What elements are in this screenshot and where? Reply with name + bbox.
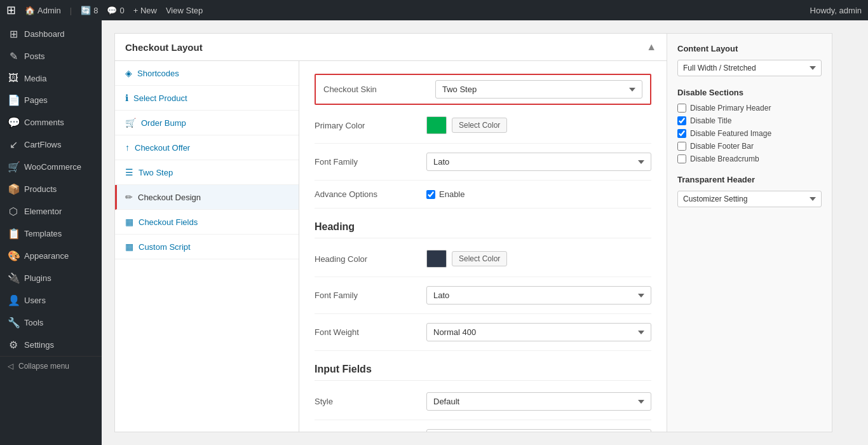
transparent-header-title: Transparent Header	[677, 175, 822, 184]
heading-font-family-row: Font Family Lato Arial Roboto	[315, 277, 651, 314]
sidebar-item-products[interactable]: 📦 Products	[0, 178, 102, 200]
nav-select-product[interactable]: ℹ Select Product	[115, 86, 299, 111]
nav-order-bump[interactable]: 🛒 Order Bump	[115, 111, 299, 135]
heading-color-control: Select Color	[426, 250, 651, 268]
appearance-icon: 🎨	[8, 250, 19, 262]
sidebar-item-posts[interactable]: ✎ Posts	[0, 45, 102, 67]
checkout-fields-icon: ▦	[125, 217, 133, 227]
checkout-content-area: Checkout Skin Two Step One Step Classic …	[299, 61, 667, 432]
heading-font-family-select[interactable]: Lato Arial Roboto	[426, 286, 651, 305]
input-fields-section-title: Input Fields	[315, 364, 651, 381]
input-style-control: Default Outlined Filled	[426, 392, 651, 411]
admin-sidebar: ⊞ Dashboard ✎ Posts 🖼 Media 📄 Pages 💬 Co…	[0, 20, 102, 445]
checkout-layout-panel: Checkout Layout ▲ ◈ Shortcodes ℹ Select …	[114, 33, 667, 432]
advance-options-control: Enable	[426, 189, 651, 199]
sidebar-item-woocommerce[interactable]: 🛒 WooCommerce	[0, 156, 102, 178]
advance-options-label: Advance Options	[315, 189, 416, 199]
sidebar-item-media[interactable]: 🖼 Media	[0, 67, 102, 89]
primary-color-label: Primary Color	[315, 121, 416, 130]
input-font-family-select[interactable]: Default Lato Arial	[426, 429, 651, 432]
input-font-family-row: Font Family Default Lato Arial	[315, 420, 651, 432]
heading-font-weight-label: Font Weight	[315, 327, 416, 337]
collapse-icon: ◁	[8, 362, 13, 371]
nav-custom-script[interactable]: ▦ Custom Script	[115, 235, 299, 259]
adminbar-howdy: Howdy, admin	[810, 6, 862, 15]
primary-color-row: Primary Color Select Color	[315, 107, 651, 144]
primary-color-swatch[interactable]	[426, 116, 447, 134]
pages-icon: 📄	[8, 94, 19, 106]
sidebar-item-users[interactable]: 👤 Users	[0, 289, 102, 312]
adminbar-comments[interactable]: 💬 0	[107, 6, 124, 15]
advance-options-row: Advance Options Enable	[315, 181, 651, 209]
select-product-icon: ℹ	[125, 93, 128, 103]
shortcodes-icon: ◈	[125, 68, 132, 78]
dashboard-icon: ⊞	[8, 28, 19, 40]
heading-font-weight-control: Normal 400 Bold 700 Light 300	[426, 323, 651, 341]
nav-checkout-design[interactable]: ✏ Checkout Design	[115, 185, 299, 210]
content-layout-title: Content Layout	[677, 44, 822, 53]
heading-font-weight-row: Font Weight Normal 400 Bold 700 Light 30…	[315, 314, 651, 351]
heading-color-btn[interactable]: Select Color	[452, 251, 507, 266]
checkout-skin-control: Two Step One Step Classic	[435, 80, 642, 99]
sidebar-item-plugins[interactable]: 🔌 Plugins	[0, 267, 102, 289]
order-bump-icon: 🛒	[125, 118, 136, 128]
plugins-icon: 🔌	[8, 272, 19, 284]
heading-color-label: Heading Color	[315, 254, 416, 264]
media-icon: 🖼	[8, 72, 19, 84]
adminbar-updates[interactable]: 🔄 8	[81, 6, 98, 15]
disable-featured-image-checkbox[interactable]	[677, 129, 686, 138]
sidebar-item-comments[interactable]: 💬 Comments	[0, 111, 102, 134]
woocommerce-icon: 🛒	[8, 161, 19, 173]
content-layout-select[interactable]: Full Width / Stretched Boxed Contained	[677, 60, 822, 76]
input-style-select[interactable]: Default Outlined Filled	[426, 392, 651, 411]
heading-section-title: Heading	[315, 221, 651, 238]
input-font-family-control: Default Lato Arial	[426, 429, 651, 432]
checkout-skin-select[interactable]: Two Step One Step Classic	[435, 80, 642, 99]
nav-two-step[interactable]: ☰ Two Step	[115, 160, 299, 185]
disable-primary-header-checkbox[interactable]	[677, 104, 686, 113]
transparent-header-select[interactable]: Customizer Setting Yes No	[677, 191, 822, 207]
heading-color-swatch[interactable]	[426, 250, 447, 268]
font-family-control: Lato Arial Roboto Open Sans	[426, 153, 651, 171]
checkout-skin-row: Checkout Skin Two Step One Step Classic	[315, 74, 651, 105]
disable-title-checkbox[interactable]	[677, 116, 686, 125]
main-content: Checkout Layout ▲ ◈ Shortcodes ℹ Select …	[102, 20, 868, 445]
disable-footer-bar-checkbox[interactable]	[677, 142, 686, 151]
checkout-offer-icon: ↑	[125, 142, 130, 153]
sidebar-item-pages[interactable]: 📄 Pages	[0, 89, 102, 111]
tools-icon: 🔧	[8, 317, 19, 329]
advance-options-checkbox[interactable]	[426, 190, 435, 199]
checkout-panel-header: Checkout Layout ▲	[115, 34, 667, 61]
font-family-select[interactable]: Lato Arial Roboto Open Sans	[426, 153, 651, 171]
admin-bar: ⊞ 🏠 Admin | 🔄 8 💬 0 + New View Step Howd…	[0, 0, 868, 20]
adminbar-viewstep[interactable]: View Step	[166, 6, 203, 15]
sidebar-item-tools[interactable]: 🔧 Tools	[0, 312, 102, 334]
disable-sections-title: Disable Sections	[677, 88, 822, 97]
sidebar-item-elementor[interactable]: ⬡ Elementor	[0, 200, 102, 222]
nav-checkout-offer[interactable]: ↑ Checkout Offer	[115, 135, 299, 160]
sidebar-item-cartflows[interactable]: ↙ CartFlows	[0, 134, 102, 156]
sidebar-item-dashboard[interactable]: ⊞ Dashboard	[0, 23, 102, 45]
advance-options-enable-label: Enable	[439, 189, 465, 199]
primary-color-btn[interactable]: Select Color	[452, 118, 507, 133]
font-family-label: Font Family	[315, 157, 416, 167]
input-style-label: Style	[315, 397, 416, 406]
input-style-row: Style Default Outlined Filled	[315, 383, 651, 420]
nav-shortcodes[interactable]: ◈ Shortcodes	[115, 61, 299, 86]
adminbar-new[interactable]: + New	[133, 6, 157, 15]
posts-icon: ✎	[8, 50, 19, 62]
collapse-panel-icon[interactable]: ▲	[646, 41, 656, 53]
disable-breadcrumb-checkbox[interactable]	[677, 154, 686, 163]
heading-font-weight-select[interactable]: Normal 400 Bold 700 Light 300	[426, 323, 651, 341]
products-icon: 📦	[8, 183, 19, 195]
cartflows-icon: ↙	[8, 139, 19, 151]
checkout-nav: ◈ Shortcodes ℹ Select Product 🛒 Order Bu…	[115, 61, 299, 432]
collapse-menu[interactable]: ◁ Collapse menu	[0, 356, 102, 376]
sidebar-item-appearance[interactable]: 🎨 Appearance	[0, 245, 102, 267]
sidebar-item-settings[interactable]: ⚙ Settings	[0, 334, 102, 356]
adminbar-admin[interactable]: 🏠 Admin	[25, 6, 61, 15]
disable-breadcrumb-row: Disable Breadcrumb	[677, 154, 822, 163]
nav-checkout-fields[interactable]: ▦ Checkout Fields	[115, 210, 299, 235]
sidebar-item-templates[interactable]: 📋 Templates	[0, 222, 102, 245]
heading-color-row: Heading Color Select Color	[315, 241, 651, 277]
